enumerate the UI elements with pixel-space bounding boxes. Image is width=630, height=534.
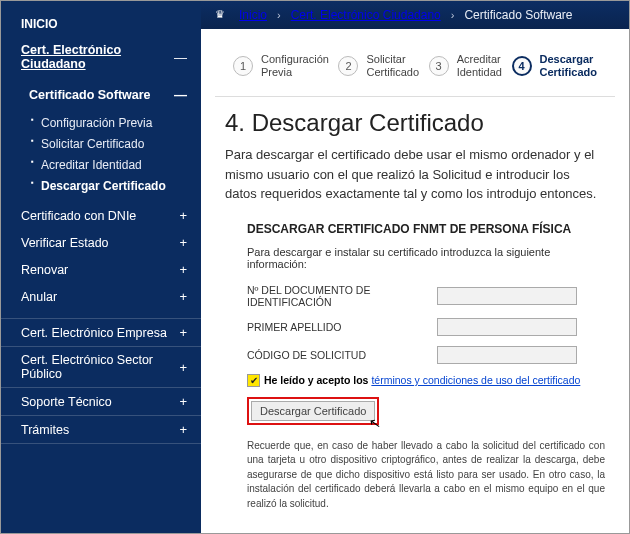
plus-icon: +	[179, 422, 187, 437]
step-label: Configuración Previa	[261, 53, 329, 78]
plus-icon: +	[179, 235, 187, 250]
step-number: 3	[429, 56, 449, 76]
sidebar-item-cert-software[interactable]: Certificado Software —	[1, 81, 201, 108]
content-area: 1 Configuración Previa 2 Solicitar Certi…	[201, 29, 629, 533]
minus-icon: —	[174, 87, 187, 102]
plus-icon: +	[179, 262, 187, 277]
main-panel: 4. Descargar Certificado Para descargar …	[201, 109, 629, 511]
sidebar-item-renovar[interactable]: Renovar +	[1, 256, 201, 283]
sidebar-item-label: Anular	[21, 290, 173, 304]
input-codigo[interactable]	[437, 346, 577, 364]
terms-pretext: He leído y acepto los	[264, 374, 371, 386]
terms-row: ✔ He leído y acepto los términos y condi…	[247, 374, 605, 387]
step-label: Solicitar Certificado	[366, 53, 419, 78]
plus-icon: +	[179, 289, 187, 304]
sidebar-block-main: INICIO Cert. Electrónico Ciudadano — Cer…	[1, 1, 201, 319]
step-1[interactable]: 1 Configuración Previa	[233, 53, 329, 78]
cursor-icon: ↖	[368, 414, 383, 432]
sidebar-sub-acreditar[interactable]: Acreditar Identidad	[1, 154, 201, 175]
sidebar-sublist: Configuración Previa Solicitar Certifica…	[1, 112, 201, 196]
minus-icon: —	[174, 50, 187, 65]
step-3[interactable]: 3 Acreditar Identidad	[429, 53, 502, 78]
sidebar-item-label: Certificado Software	[29, 88, 168, 102]
field-doc-id: Nº DEL DOCUMENTO DE IDENTIFICACIÓN	[247, 284, 605, 308]
step-label: Acreditar Identidad	[457, 53, 502, 78]
step-2[interactable]: 2 Solicitar Certificado	[338, 53, 419, 78]
sidebar-sub-descargar[interactable]: Descargar Certificado	[1, 175, 201, 196]
sidebar-item-label: Cert. Electrónico Sector Público	[21, 353, 173, 381]
sidebar-item-dnie[interactable]: Certificado con DNIe +	[1, 202, 201, 229]
form-desc: Para descargar e instalar su certificado…	[247, 246, 605, 270]
sidebar-sub-config[interactable]: Configuración Previa	[1, 112, 201, 133]
sidebar-sub-solicitar[interactable]: Solicitar Certificado	[1, 133, 201, 154]
page-lead: Para descargar el certificado debe usar …	[225, 145, 605, 204]
breadcrumb-cert-software: Certificado Software	[464, 8, 572, 22]
step-number: 1	[233, 56, 253, 76]
download-cert-button[interactable]: Descargar Certificado	[251, 401, 375, 421]
breadcrumb-inicio[interactable]: Inicio	[239, 8, 267, 22]
sidebar-item-label: Soporte Técnico	[21, 395, 173, 409]
sidebar-item-soporte[interactable]: Soporte Técnico +	[1, 388, 201, 416]
sidebar-item-label: Cert. Electrónico Ciudadano	[21, 43, 168, 71]
sidebar: INICIO Cert. Electrónico Ciudadano — Cer…	[1, 1, 201, 533]
app-frame: ♛ Inicio › Cert. Electrónico Ciudadano ›…	[0, 0, 630, 534]
sidebar-item-label: Cert. Electrónico Empresa	[21, 326, 173, 340]
chevron-right-icon: ›	[277, 9, 281, 21]
form-title: DESCARGAR CERTIFICADO FNMT DE PERSONA FÍ…	[247, 222, 605, 236]
breadcrumb: ♛ Inicio › Cert. Electrónico Ciudadano ›…	[201, 1, 629, 29]
sidebar-item-verificar[interactable]: Verificar Estado +	[1, 229, 201, 256]
footnote: Recuerde que, en caso de haber llevado a…	[247, 439, 605, 512]
terms-link[interactable]: términos y condiciones de uso del certif…	[371, 374, 580, 386]
label-doc-id: Nº DEL DOCUMENTO DE IDENTIFICACIÓN	[247, 284, 437, 308]
page-title: 4. Descargar Certificado	[225, 109, 605, 137]
step-label: Descargar Certificado	[540, 53, 597, 78]
sidebar-item-anular[interactable]: Anular +	[1, 283, 201, 310]
plus-icon: +	[179, 394, 187, 409]
input-doc-id[interactable]	[437, 287, 577, 305]
terms-checkbox[interactable]: ✔	[247, 374, 260, 387]
field-codigo: CÓDIGO DE SOLICITUD	[247, 346, 605, 364]
chevron-right-icon: ›	[451, 9, 455, 21]
sidebar-item-empresa[interactable]: Cert. Electrónico Empresa +	[1, 319, 201, 347]
crown-icon: ♛	[215, 8, 229, 22]
label-codigo: CÓDIGO DE SOLICITUD	[247, 349, 437, 361]
plus-icon: +	[179, 360, 187, 375]
step-number: 2	[338, 56, 358, 76]
field-apellido: PRIMER APELLIDO	[247, 318, 605, 336]
step-number: 4	[512, 56, 532, 76]
input-apellido[interactable]	[437, 318, 577, 336]
sidebar-item-tramites[interactable]: Trámites +	[1, 416, 201, 444]
form-zone: DESCARGAR CERTIFICADO FNMT DE PERSONA FÍ…	[225, 222, 605, 512]
step-indicator: 1 Configuración Previa 2 Solicitar Certi…	[215, 29, 615, 97]
download-highlight: Descargar Certificado ↖	[247, 397, 379, 425]
sidebar-inicio[interactable]: INICIO	[1, 9, 201, 37]
step-4[interactable]: 4 Descargar Certificado	[512, 53, 597, 78]
plus-icon: +	[179, 325, 187, 340]
sidebar-item-label: Renovar	[21, 263, 173, 277]
plus-icon: +	[179, 208, 187, 223]
sidebar-item-label: Certificado con DNIe	[21, 209, 173, 223]
breadcrumb-cert-ciud[interactable]: Cert. Electrónico Ciudadano	[291, 8, 441, 22]
sidebar-item-label: Trámites	[21, 423, 173, 437]
sidebar-item-cert-ciudadano[interactable]: Cert. Electrónico Ciudadano —	[1, 37, 201, 77]
label-apellido: PRIMER APELLIDO	[247, 321, 437, 333]
sidebar-item-sector[interactable]: Cert. Electrónico Sector Público +	[1, 347, 201, 388]
sidebar-item-label: Verificar Estado	[21, 236, 173, 250]
